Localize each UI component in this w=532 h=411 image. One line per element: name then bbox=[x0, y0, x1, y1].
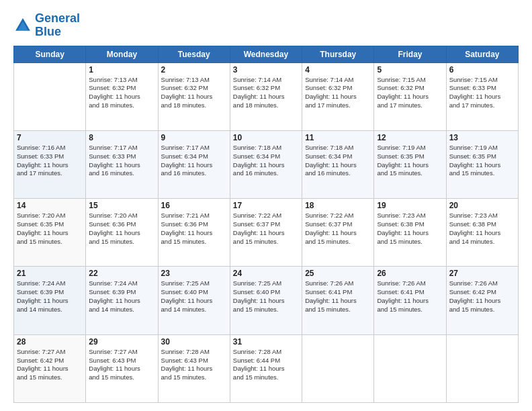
day-number: 8 bbox=[89, 133, 154, 142]
day-info: Sunrise: 7:17 AM Sunset: 6:34 PM Dayligh… bbox=[161, 144, 227, 178]
calendar-cell: 12Sunrise: 7:19 AM Sunset: 6:35 PM Dayli… bbox=[374, 130, 446, 198]
calendar-cell bbox=[14, 62, 86, 130]
day-info: Sunrise: 7:17 AM Sunset: 6:33 PM Dayligh… bbox=[89, 144, 154, 178]
day-header-thursday: Thursday bbox=[302, 46, 374, 62]
calendar-table: SundayMondayTuesdayWednesdayThursdayFrid… bbox=[13, 46, 519, 403]
day-info: Sunrise: 7:26 AM Sunset: 6:41 PM Dayligh… bbox=[305, 279, 371, 314]
day-header-monday: Monday bbox=[86, 46, 158, 62]
day-number: 20 bbox=[449, 201, 515, 210]
logo-icon bbox=[13, 16, 32, 35]
calendar-week-row: 28Sunrise: 7:27 AM Sunset: 6:42 PM Dayli… bbox=[14, 334, 519, 402]
day-info: Sunrise: 7:14 AM Sunset: 6:32 PM Dayligh… bbox=[305, 76, 371, 110]
calendar-cell: 31Sunrise: 7:28 AM Sunset: 6:44 PM Dayli… bbox=[230, 334, 302, 402]
day-number: 29 bbox=[89, 337, 154, 347]
day-header-wednesday: Wednesday bbox=[230, 46, 302, 62]
calendar-cell: 20Sunrise: 7:23 AM Sunset: 6:38 PM Dayli… bbox=[446, 199, 518, 267]
day-info: Sunrise: 7:25 AM Sunset: 6:40 PM Dayligh… bbox=[161, 279, 227, 314]
day-info: Sunrise: 7:15 AM Sunset: 6:32 PM Dayligh… bbox=[377, 76, 443, 110]
day-number: 7 bbox=[17, 133, 83, 142]
calendar-header-row: SundayMondayTuesdayWednesdayThursdayFrid… bbox=[14, 46, 519, 62]
day-number: 2 bbox=[161, 65, 227, 75]
calendar-cell: 25Sunrise: 7:26 AM Sunset: 6:41 PM Dayli… bbox=[302, 267, 374, 334]
calendar-cell: 13Sunrise: 7:19 AM Sunset: 6:35 PM Dayli… bbox=[446, 130, 518, 198]
day-number: 15 bbox=[89, 201, 154, 210]
day-number: 24 bbox=[233, 269, 299, 278]
day-info: Sunrise: 7:24 AM Sunset: 6:39 PM Dayligh… bbox=[17, 279, 83, 314]
day-info: Sunrise: 7:18 AM Sunset: 6:34 PM Dayligh… bbox=[305, 144, 371, 178]
calendar-cell: 5Sunrise: 7:15 AM Sunset: 6:32 PM Daylig… bbox=[374, 62, 446, 130]
day-info: Sunrise: 7:20 AM Sunset: 6:36 PM Dayligh… bbox=[89, 212, 154, 246]
calendar-cell: 29Sunrise: 7:27 AM Sunset: 6:43 PM Dayli… bbox=[86, 334, 158, 402]
day-number: 27 bbox=[449, 269, 515, 278]
logo: General Blue bbox=[13, 12, 80, 39]
day-number: 5 bbox=[377, 65, 443, 75]
calendar-week-row: 14Sunrise: 7:20 AM Sunset: 6:35 PM Dayli… bbox=[14, 199, 519, 267]
calendar-cell: 24Sunrise: 7:25 AM Sunset: 6:40 PM Dayli… bbox=[230, 267, 302, 334]
day-info: Sunrise: 7:28 AM Sunset: 6:44 PM Dayligh… bbox=[233, 348, 299, 382]
calendar-cell: 11Sunrise: 7:18 AM Sunset: 6:34 PM Dayli… bbox=[302, 130, 374, 198]
calendar-body: 1Sunrise: 7:13 AM Sunset: 6:32 PM Daylig… bbox=[14, 62, 519, 402]
day-number: 16 bbox=[161, 201, 227, 210]
day-number: 17 bbox=[233, 201, 299, 210]
calendar-cell: 6Sunrise: 7:15 AM Sunset: 6:33 PM Daylig… bbox=[446, 62, 518, 130]
day-info: Sunrise: 7:23 AM Sunset: 6:38 PM Dayligh… bbox=[377, 212, 443, 246]
calendar-cell: 17Sunrise: 7:22 AM Sunset: 6:37 PM Dayli… bbox=[230, 199, 302, 267]
day-number: 30 bbox=[161, 337, 227, 347]
calendar-cell: 1Sunrise: 7:13 AM Sunset: 6:32 PM Daylig… bbox=[86, 62, 158, 130]
day-info: Sunrise: 7:28 AM Sunset: 6:43 PM Dayligh… bbox=[161, 348, 227, 382]
day-header-saturday: Saturday bbox=[446, 46, 518, 62]
day-number: 6 bbox=[449, 65, 515, 75]
day-info: Sunrise: 7:14 AM Sunset: 6:32 PM Dayligh… bbox=[233, 76, 299, 110]
header: General Blue bbox=[13, 12, 519, 39]
day-number: 22 bbox=[89, 269, 154, 278]
day-number: 12 bbox=[377, 133, 443, 142]
day-info: Sunrise: 7:13 AM Sunset: 6:32 PM Dayligh… bbox=[89, 76, 154, 110]
day-info: Sunrise: 7:27 AM Sunset: 6:43 PM Dayligh… bbox=[89, 348, 154, 382]
calendar-cell: 26Sunrise: 7:26 AM Sunset: 6:41 PM Dayli… bbox=[374, 267, 446, 334]
day-info: Sunrise: 7:19 AM Sunset: 6:35 PM Dayligh… bbox=[449, 144, 515, 178]
day-number: 3 bbox=[233, 65, 299, 75]
calendar-cell: 19Sunrise: 7:23 AM Sunset: 6:38 PM Dayli… bbox=[374, 199, 446, 267]
calendar-cell bbox=[374, 334, 446, 402]
day-number: 1 bbox=[89, 65, 154, 75]
calendar-cell: 18Sunrise: 7:22 AM Sunset: 6:37 PM Dayli… bbox=[302, 199, 374, 267]
day-info: Sunrise: 7:16 AM Sunset: 6:33 PM Dayligh… bbox=[17, 144, 83, 178]
calendar-cell: 22Sunrise: 7:24 AM Sunset: 6:39 PM Dayli… bbox=[86, 267, 158, 334]
day-header-friday: Friday bbox=[374, 46, 446, 62]
day-number: 23 bbox=[161, 269, 227, 278]
calendar-cell bbox=[302, 334, 374, 402]
day-number: 18 bbox=[305, 201, 371, 210]
day-info: Sunrise: 7:25 AM Sunset: 6:40 PM Dayligh… bbox=[233, 279, 299, 314]
day-number: 10 bbox=[233, 133, 299, 142]
day-number: 28 bbox=[17, 337, 83, 347]
day-number: 11 bbox=[305, 133, 371, 142]
calendar-cell: 2Sunrise: 7:13 AM Sunset: 6:32 PM Daylig… bbox=[158, 62, 230, 130]
calendar-cell: 15Sunrise: 7:20 AM Sunset: 6:36 PM Dayli… bbox=[86, 199, 158, 267]
calendar-cell: 3Sunrise: 7:14 AM Sunset: 6:32 PM Daylig… bbox=[230, 62, 302, 130]
calendar-week-row: 1Sunrise: 7:13 AM Sunset: 6:32 PM Daylig… bbox=[14, 62, 519, 130]
calendar-cell: 7Sunrise: 7:16 AM Sunset: 6:33 PM Daylig… bbox=[14, 130, 86, 198]
calendar-cell: 4Sunrise: 7:14 AM Sunset: 6:32 PM Daylig… bbox=[302, 62, 374, 130]
day-number: 14 bbox=[17, 201, 83, 210]
day-info: Sunrise: 7:20 AM Sunset: 6:35 PM Dayligh… bbox=[17, 212, 83, 246]
day-number: 19 bbox=[377, 201, 443, 210]
logo-text: General Blue bbox=[35, 12, 80, 39]
calendar-cell: 21Sunrise: 7:24 AM Sunset: 6:39 PM Dayli… bbox=[14, 267, 86, 334]
day-number: 4 bbox=[305, 65, 371, 75]
day-info: Sunrise: 7:27 AM Sunset: 6:42 PM Dayligh… bbox=[17, 348, 83, 382]
calendar-cell: 28Sunrise: 7:27 AM Sunset: 6:42 PM Dayli… bbox=[14, 334, 86, 402]
calendar-cell: 30Sunrise: 7:28 AM Sunset: 6:43 PM Dayli… bbox=[158, 334, 230, 402]
calendar-cell: 9Sunrise: 7:17 AM Sunset: 6:34 PM Daylig… bbox=[158, 130, 230, 198]
day-header-tuesday: Tuesday bbox=[158, 46, 230, 62]
day-info: Sunrise: 7:19 AM Sunset: 6:35 PM Dayligh… bbox=[377, 144, 443, 178]
day-number: 31 bbox=[233, 337, 299, 347]
day-info: Sunrise: 7:21 AM Sunset: 6:36 PM Dayligh… bbox=[161, 212, 227, 246]
day-info: Sunrise: 7:15 AM Sunset: 6:33 PM Dayligh… bbox=[449, 76, 515, 110]
day-info: Sunrise: 7:22 AM Sunset: 6:37 PM Dayligh… bbox=[305, 212, 371, 246]
day-info: Sunrise: 7:26 AM Sunset: 6:42 PM Dayligh… bbox=[449, 279, 515, 314]
page: General Blue SundayMondayTuesdayWednesda… bbox=[0, 0, 532, 411]
day-header-sunday: Sunday bbox=[14, 46, 86, 62]
day-number: 13 bbox=[449, 133, 515, 142]
day-info: Sunrise: 7:13 AM Sunset: 6:32 PM Dayligh… bbox=[161, 76, 227, 110]
calendar-cell bbox=[446, 334, 518, 402]
